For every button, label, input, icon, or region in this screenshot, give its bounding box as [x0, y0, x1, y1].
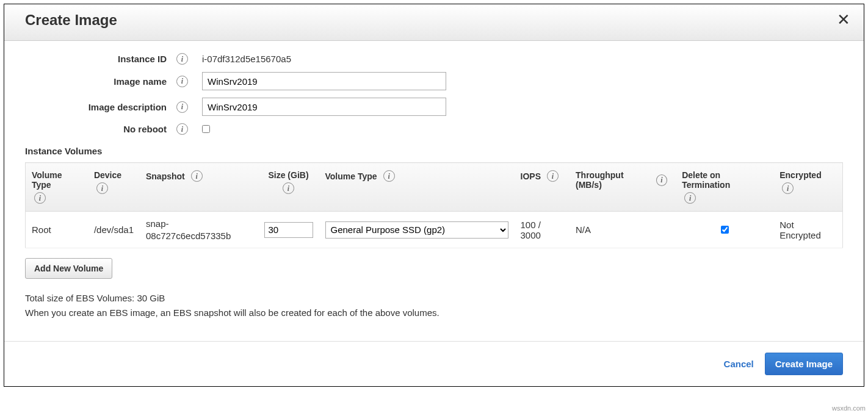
dialog-header: Create Image ✕	[4, 4, 864, 41]
cancel-button[interactable]: Cancel	[724, 359, 754, 369]
row-instance-id: Instance ID i i-07df312d5e15670a5	[25, 53, 843, 65]
cell-encrypted: Not Encrypted	[773, 212, 842, 248]
col-delete-on-termination: Delete on Termination	[682, 170, 767, 190]
info-icon[interactable]: i	[283, 182, 294, 194]
dialog-title: Create Image	[25, 12, 117, 29]
notes-line-1: Total size of EBS Volumes: 30 GiB	[25, 291, 843, 306]
col-size: Size (GiB)	[268, 170, 308, 180]
section-instance-volumes: Instance Volumes	[25, 146, 843, 156]
row-image-name: Image name i	[25, 72, 843, 90]
table-row: Root /dev/sda1 snap-08c727c6ecd57335b Ge…	[26, 212, 843, 248]
col-iops: IOPS	[521, 171, 541, 181]
info-icon[interactable]: i	[656, 174, 668, 186]
notes: Total size of EBS Volumes: 30 GiB When y…	[25, 291, 843, 320]
label-instance-id: Instance ID	[25, 54, 172, 64]
info-icon[interactable]: i	[176, 53, 188, 65]
cell-device: /dev/sda1	[88, 212, 140, 248]
add-new-volume-button[interactable]: Add New Volume	[25, 258, 112, 279]
col-device: Device	[94, 170, 121, 180]
table-header-row: Volume Typei Devicei Snapshoti Size (GiB…	[26, 163, 843, 212]
info-icon[interactable]: i	[547, 170, 559, 182]
info-icon[interactable]: i	[191, 170, 203, 182]
info-icon[interactable]: i	[96, 182, 108, 194]
info-icon[interactable]: i	[176, 76, 188, 87]
notes-line-2: When you create an EBS image, an EBS sna…	[25, 306, 843, 320]
label-no-reboot: No reboot	[25, 124, 172, 134]
size-input[interactable]	[264, 222, 313, 238]
info-icon[interactable]: i	[383, 170, 395, 182]
col-volume-type-2: Volume Type	[325, 171, 377, 181]
row-image-description: Image description i	[25, 98, 843, 116]
create-image-button[interactable]: Create Image	[765, 353, 843, 375]
info-icon[interactable]: i	[34, 192, 46, 204]
info-icon[interactable]: i	[176, 123, 188, 135]
dialog-body: Instance ID i i-07df312d5e15670a5 Image …	[4, 41, 864, 326]
col-volume-type: Volume Type	[32, 170, 82, 190]
cell-vol-type: Root	[26, 212, 88, 248]
cell-iops: 100 / 3000	[515, 212, 570, 248]
dialog-footer: Cancel Create Image	[4, 341, 864, 386]
cell-throughput: N/A	[570, 212, 676, 248]
col-snapshot: Snapshot	[146, 171, 185, 181]
info-icon[interactable]: i	[684, 192, 696, 204]
col-throughput: Throughput (MB/s)	[576, 170, 650, 190]
cell-snapshot: snap-08c727c6ecd57335b	[140, 212, 258, 248]
col-encrypted: Encrypted	[779, 170, 821, 180]
no-reboot-checkbox[interactable]	[202, 125, 210, 133]
close-icon[interactable]: ✕	[837, 10, 850, 29]
info-icon[interactable]: i	[782, 182, 794, 194]
volume-type-select[interactable]: General Purpose SSD (gp2)	[325, 221, 508, 239]
create-image-dialog: Create Image ✕ Instance ID i i-07df312d5…	[4, 4, 864, 387]
row-no-reboot: No reboot i	[25, 123, 843, 135]
image-description-input[interactable]	[202, 98, 446, 116]
label-image-description: Image description	[25, 102, 172, 112]
value-instance-id: i-07df312d5e15670a5	[202, 54, 291, 64]
label-image-name: Image name	[25, 76, 172, 87]
delete-on-termination-checkbox[interactable]	[721, 226, 729, 234]
volumes-table: Volume Typei Devicei Snapshoti Size (GiB…	[25, 162, 843, 248]
image-name-input[interactable]	[202, 72, 446, 90]
info-icon[interactable]: i	[176, 101, 188, 113]
